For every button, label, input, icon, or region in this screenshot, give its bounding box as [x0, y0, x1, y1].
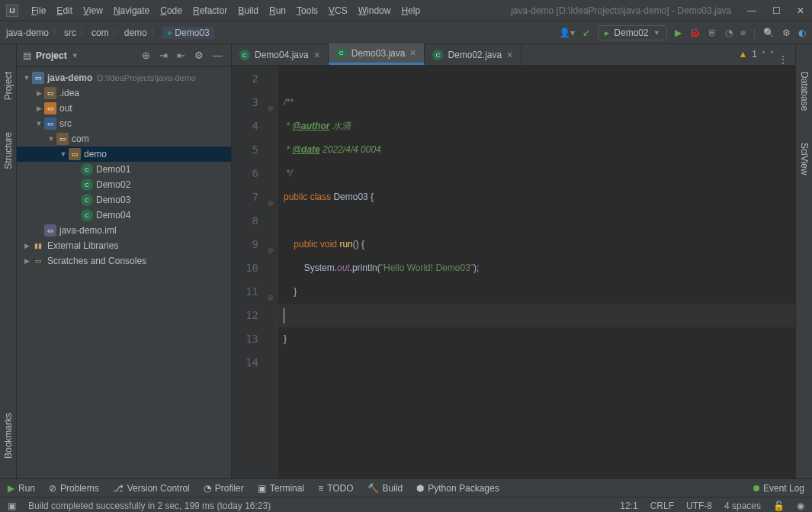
build-tool-tab[interactable]: 🔨Build [367, 483, 403, 494]
menu-help[interactable]: Help [396, 5, 425, 16]
menu-build[interactable]: Build [233, 5, 264, 16]
close-button[interactable]: ✕ [795, 5, 806, 16]
run-button[interactable]: ▶ [675, 27, 682, 38]
menu-file[interactable]: File [26, 5, 51, 16]
warning-icon: ▲ [738, 49, 747, 60]
read-only-icon[interactable]: 🔓 [773, 501, 785, 511]
file-encoding[interactable]: UTF-8 [686, 501, 712, 511]
run-config-selector[interactable]: ▸ Demo02 ▼ [598, 25, 666, 40]
left-tool-strip: Project Structure Bookmarks [0, 44, 17, 478]
tree-file[interactable]: CDemo03 [17, 192, 231, 208]
line-separator[interactable]: CRLF [650, 501, 674, 511]
panel-settings-icon[interactable]: ⚙ [192, 50, 206, 61]
breadcrumb[interactable]: java-demo〉src〉com〉demo〉● Demo03 [6, 26, 214, 39]
python-tool-tab[interactable]: ⬢Python Packages [416, 483, 499, 494]
text-caret [284, 308, 284, 324]
tree-file[interactable]: CDemo04 [17, 208, 231, 223]
menu-window[interactable]: Window [353, 5, 396, 16]
structure-tool-tab[interactable]: Structure [2, 127, 15, 174]
editor-gutter[interactable]: 23⊖4567⊖89⊖1011⊖121314 [232, 66, 278, 478]
close-tab-icon[interactable]: ✕ [506, 50, 513, 60]
add-user-icon[interactable]: 👤▾ [559, 27, 575, 38]
chevron-down-icon: ▼ [653, 29, 660, 37]
menu-refactor[interactable]: Refactor [188, 5, 233, 16]
menu-code[interactable]: Code [155, 5, 188, 16]
run-class-icon: ▸ [605, 27, 609, 38]
bookmarks-tool-tab[interactable]: Bookmarks [2, 408, 15, 463]
hide-panel-icon[interactable]: — [210, 50, 225, 61]
project-panel-header: ▤ Project ▼ ⊕ ⇥ ⇤ ⚙ — [17, 44, 231, 67]
search-icon[interactable]: 🔍 [763, 27, 775, 38]
menu-view[interactable]: View [78, 5, 108, 16]
project-tree[interactable]: ▼▭java-demoD:\IdeaProjects\java-demo ▶▭.… [17, 67, 231, 478]
next-highlight-icon[interactable]: ˅ [770, 50, 774, 59]
terminal-tool-tab[interactable]: ▣Terminal [258, 483, 304, 494]
profile-button[interactable]: ◔ [725, 27, 733, 38]
tree-folder-out[interactable]: ▶▭out [17, 101, 231, 116]
tree-folder-demo[interactable]: ▼▭demo [17, 147, 231, 162]
breadcrumb-item[interactable]: demo [124, 27, 147, 38]
run-tool-tab[interactable]: ▶Run [8, 483, 35, 494]
tree-file-iml[interactable]: ▭java-demo.iml [17, 223, 231, 238]
code-editor[interactable]: /** * @author 水滴 * @date 2022/4/4 0004 *… [278, 66, 795, 478]
debug-button[interactable]: 🐞 [689, 27, 701, 38]
maximize-button[interactable]: ☐ [771, 5, 782, 16]
prev-highlight-icon[interactable]: ˄ [762, 50, 765, 59]
window-title: java-demo [D:\IdeaProjects\java-demo] - … [511, 5, 731, 16]
tree-file[interactable]: CDemo01 [17, 162, 231, 177]
menu-edit[interactable]: Edit [51, 5, 78, 16]
breadcrumb-item[interactable]: src [64, 27, 76, 38]
back-arrow-icon[interactable]: ↙ [583, 27, 590, 38]
app-logo: IJ [6, 5, 18, 17]
select-opened-icon[interactable]: ⊕ [140, 50, 152, 61]
build-icon: 🔨 [367, 483, 379, 494]
right-tool-strip: Database SciView [795, 44, 812, 478]
breadcrumb-item[interactable]: java-demo [6, 27, 49, 38]
collapse-all-icon[interactable]: ⇤ [175, 50, 188, 61]
tool-windows-icon[interactable]: ▣ [8, 501, 16, 511]
ide-status-icon[interactable]: ◉ [797, 501, 804, 511]
run-config-label: Demo02 [614, 27, 648, 38]
editor-tab-active[interactable]: CDemo03.java✕ [329, 43, 425, 65]
close-tab-icon[interactable]: ✕ [313, 50, 320, 60]
event-dot-icon [753, 485, 759, 491]
minimize-button[interactable]: — [746, 5, 757, 16]
menu-tools[interactable]: Tools [291, 5, 323, 16]
event-log-tab[interactable]: Event Log [753, 483, 804, 494]
caret-position[interactable]: 12:1 [620, 501, 637, 511]
settings-icon[interactable]: ⚙ [782, 27, 791, 38]
plugin-icon[interactable]: ◐ [798, 27, 806, 38]
chevron-down-icon[interactable]: ▼ [72, 52, 79, 60]
tree-scratches[interactable]: ▶▭Scratches and Consoles [17, 253, 231, 269]
tree-file[interactable]: CDemo02 [17, 177, 231, 192]
indent-info[interactable]: 4 spaces [724, 501, 761, 511]
tree-external-libs[interactable]: ▶▮▮External Libraries [17, 238, 231, 253]
close-tab-icon[interactable]: ✕ [409, 48, 416, 58]
inspections-widget[interactable]: ▲1 ˄ ˅ [738, 49, 774, 60]
todo-tool-tab[interactable]: ≡TODO [318, 483, 353, 494]
sciview-tool-tab[interactable]: SciView [798, 138, 811, 179]
project-panel: ▤ Project ▼ ⊕ ⇥ ⇤ ⚙ — ▼▭java-demoD:\Idea… [17, 44, 232, 478]
breadcrumb-item[interactable]: com [91, 27, 109, 38]
class-icon: C [336, 48, 347, 59]
menu-vcs[interactable]: VCS [323, 5, 353, 16]
menu-navigate[interactable]: Navigate [108, 5, 155, 16]
coverage-button[interactable]: ⛨ [708, 27, 717, 38]
profiler-tool-tab[interactable]: ◔Profiler [204, 483, 244, 494]
editor-tab[interactable]: CDemo04.java✕ [232, 45, 329, 65]
editor-tab[interactable]: CDemo02.java✕ [425, 45, 522, 65]
menu-run[interactable]: Run [264, 5, 291, 16]
tree-folder-src[interactable]: ▼▭src [17, 116, 231, 131]
tree-folder-idea[interactable]: ▶▭.idea [17, 85, 231, 101]
expand-all-icon[interactable]: ⇥ [157, 50, 170, 61]
vcs-tool-tab[interactable]: ⎇Version Control [113, 483, 190, 494]
database-tool-tab[interactable]: Database [798, 67, 811, 115]
breadcrumb-item[interactable]: ● Demo03 [162, 27, 214, 39]
tree-folder-com[interactable]: ▼▭com [17, 131, 231, 147]
problems-tool-tab[interactable]: ⊘Problems [49, 483, 99, 494]
tree-root[interactable]: ▼▭java-demoD:\IdeaProjects\java-demo [17, 70, 231, 85]
editor-area: CDemo04.java✕ CDemo03.java✕ CDemo02.java… [232, 44, 795, 478]
tabs-more-icon[interactable]: ⋮ [771, 54, 795, 65]
project-tool-tab[interactable]: Project [2, 67, 15, 105]
stop-button[interactable]: ■ [740, 27, 746, 38]
